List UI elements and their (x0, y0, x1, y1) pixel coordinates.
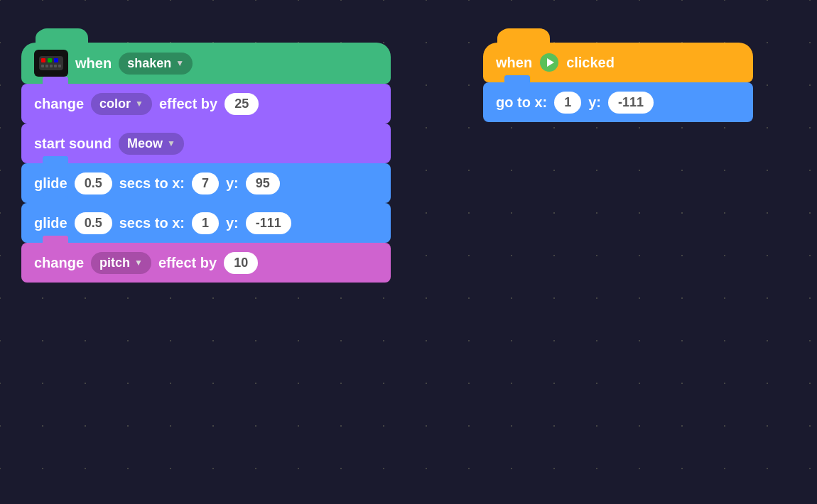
effect-by-label: effect by (159, 96, 217, 112)
x-1-input[interactable]: 7 (192, 172, 219, 195)
go-y-input[interactable]: -111 (608, 92, 654, 114)
when-label: when (75, 55, 112, 72)
svg-rect-8 (58, 65, 61, 67)
svg-rect-4 (41, 65, 44, 67)
svg-rect-3 (54, 58, 58, 62)
value-25[interactable]: 25 (224, 93, 259, 115)
glide-1-block[interactable]: glide 0.5 secs to x: 7 y: 95 (21, 163, 391, 203)
svg-rect-7 (54, 65, 57, 67)
svg-rect-2 (48, 58, 52, 62)
y-1-input[interactable]: 95 (246, 172, 280, 195)
change-color-block[interactable]: change color ▼ effect by 25 (21, 84, 391, 124)
secs-to-x-2-label: secs to x: (119, 215, 185, 231)
go-to-block[interactable]: go to x: 1 y: -111 (483, 82, 753, 122)
go-x-input[interactable]: 1 (554, 92, 581, 114)
pitch-dropdown[interactable]: pitch ▼ (91, 252, 151, 274)
glide-2-label: glide (34, 215, 67, 231)
green-flag-icon (539, 53, 559, 72)
secs-to-x-1-label: secs to x: (119, 175, 185, 192)
start-sound-block[interactable]: start sound Meow ▼ (21, 124, 391, 163)
when-right-label: when (496, 55, 532, 71)
meow-dropdown[interactable]: Meow ▼ (119, 133, 184, 155)
change-label: change (34, 96, 84, 112)
dropdown-arrow: ▼ (175, 58, 184, 68)
secs-1-input[interactable]: 0.5 (75, 172, 112, 195)
right-block-group: when clicked go to x: 1 y: -111 (483, 43, 753, 122)
go-y-label: y: (588, 94, 601, 111)
pitch-value-input[interactable]: 10 (224, 252, 258, 274)
y-2-input[interactable]: -111 (246, 212, 291, 234)
start-sound-label: start sound (34, 136, 112, 152)
svg-rect-5 (45, 65, 48, 67)
clicked-label: clicked (566, 55, 615, 71)
glide-2-block[interactable]: glide 0.5 secs to x: 1 y: -111 (21, 203, 391, 243)
secs-2-input[interactable]: 0.5 (75, 212, 112, 234)
change-pitch-label: change (34, 255, 84, 271)
svg-rect-1 (41, 58, 45, 62)
glide-1-label: glide (34, 175, 67, 192)
y-2-label: y: (226, 215, 239, 231)
pitch-effect-by-label: effect by (158, 255, 217, 271)
microbit-icon (34, 50, 68, 77)
x-2-input[interactable]: 1 (192, 212, 219, 234)
color-dropdown[interactable]: color ▼ (91, 93, 152, 115)
go-to-label: go to x: (496, 94, 547, 111)
svg-rect-6 (50, 65, 53, 67)
y-1-label: y: (226, 175, 239, 192)
change-pitch-block[interactable]: change pitch ▼ effect by 10 (21, 243, 391, 283)
left-block-group: when shaken ▼ change color ▼ effect by 2… (21, 43, 391, 283)
when-shaken-hat[interactable]: when shaken ▼ (21, 43, 391, 84)
shaken-dropdown[interactable]: shaken ▼ (119, 53, 193, 75)
